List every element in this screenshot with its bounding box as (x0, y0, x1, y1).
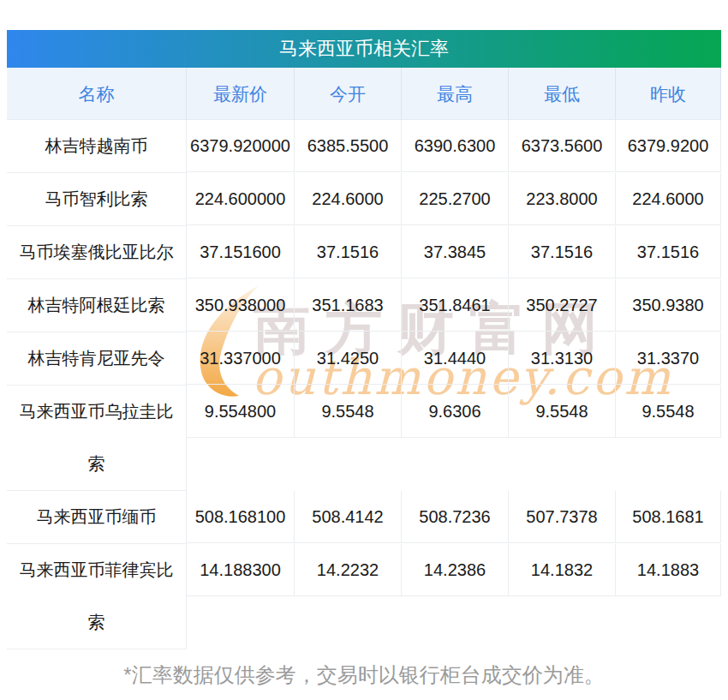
rate-latest: 6379.920000 (187, 120, 295, 172)
rate-low: 37.1516 (509, 226, 616, 278)
disclaimer-text: *汇率数据仅供参考，交易时以银行柜台成交价为准。 (0, 661, 728, 689)
exchange-rate-table: 马来西亚币相关汇率 名称 最新价 今开 最高 最低 昨收 林吉特越南币6379.… (7, 30, 721, 649)
rate-high: 225.2700 (402, 173, 509, 225)
rate-low: 350.2727 (509, 279, 616, 332)
rate-open: 9.5548 (295, 386, 402, 438)
rate-latest: 350.938000 (187, 279, 295, 332)
rate-low: 6373.5600 (509, 120, 616, 172)
rate-low: 9.5548 (509, 386, 616, 438)
rate-prev-close: 31.3370 (616, 332, 721, 385)
currency-pair-name: 马来西亚币乌拉圭比索 (7, 386, 187, 491)
rate-open: 14.2232 (295, 544, 402, 596)
rate-open: 31.4250 (295, 332, 402, 385)
rate-prev-close: 37.1516 (616, 226, 721, 278)
rate-high: 508.7236 (402, 491, 509, 543)
rate-high: 351.8461 (402, 279, 509, 332)
rate-prev-close: 508.1681 (616, 491, 721, 543)
currency-pair-name: 马来西亚币菲律宾比索 (7, 544, 187, 649)
table-title: 马来西亚币相关汇率 (7, 30, 721, 68)
table-row: 马来西亚币乌拉圭比索9.5548009.55489.63069.55489.55… (7, 386, 721, 491)
currency-pair-name: 林吉特阿根廷比索 (7, 279, 187, 332)
rate-high: 9.6306 (402, 386, 509, 438)
rate-high: 6390.6300 (402, 120, 509, 172)
currency-pair-name: 马币智利比索 (7, 173, 187, 226)
rate-prev-close: 224.6000 (616, 173, 721, 225)
table-row: 林吉特肯尼亚先令31.33700031.425031.444031.313031… (7, 332, 721, 386)
rate-latest: 9.554800 (187, 386, 295, 438)
table-header-row: 名称 最新价 今开 最高 最低 昨收 (7, 68, 721, 120)
table-row: 马币埃塞俄比亚比尔37.15160037.151637.384537.15163… (7, 226, 721, 279)
rate-open: 37.1516 (295, 226, 402, 278)
rate-low: 507.7378 (509, 491, 616, 543)
rate-low: 223.8000 (509, 173, 616, 225)
rate-open: 351.1683 (295, 279, 402, 332)
table-row: 马币智利比索224.600000224.6000225.2700223.8000… (7, 173, 721, 226)
table-row: 马来西亚币缅币508.168100508.4142508.7236507.737… (7, 491, 721, 544)
table-row: 林吉特阿根廷比索350.938000351.1683351.8461350.27… (7, 279, 721, 332)
rate-prev-close: 14.1883 (616, 544, 721, 596)
rate-latest: 224.600000 (187, 173, 295, 225)
currency-pair-name: 林吉特越南币 (7, 120, 187, 173)
column-header-low: 最低 (509, 68, 616, 120)
rate-low: 14.1832 (509, 544, 616, 596)
currency-pair-name: 马币埃塞俄比亚比尔 (7, 226, 187, 279)
rate-high: 14.2386 (402, 544, 509, 596)
column-header-latest: 最新价 (187, 68, 295, 120)
table-body: 林吉特越南币6379.9200006385.55006390.63006373.… (7, 120, 721, 649)
rate-prev-close: 350.9380 (616, 279, 721, 332)
currency-pair-name: 林吉特肯尼亚先令 (7, 332, 187, 386)
rate-prev-close: 9.5548 (616, 386, 721, 438)
currency-pair-name: 马来西亚币缅币 (7, 491, 187, 544)
table-row: 马来西亚币菲律宾比索14.18830014.223214.238614.1832… (7, 544, 721, 649)
rate-open: 6385.5500 (295, 120, 402, 172)
rate-open: 508.4142 (295, 491, 402, 543)
rate-latest: 14.188300 (187, 544, 295, 596)
rate-latest: 31.337000 (187, 332, 295, 385)
column-header-name: 名称 (7, 68, 187, 120)
table-row: 林吉特越南币6379.9200006385.55006390.63006373.… (7, 120, 721, 173)
rate-low: 31.3130 (509, 332, 616, 385)
column-header-open: 今开 (295, 68, 402, 120)
rate-latest: 508.168100 (187, 491, 295, 543)
rate-open: 224.6000 (295, 173, 402, 225)
rate-latest: 37.151600 (187, 226, 295, 278)
rate-high: 31.4440 (402, 332, 509, 385)
column-header-high: 最高 (402, 68, 509, 120)
column-header-prev-close: 昨收 (616, 68, 721, 120)
rate-prev-close: 6379.9200 (616, 120, 721, 172)
rate-high: 37.3845 (402, 226, 509, 278)
